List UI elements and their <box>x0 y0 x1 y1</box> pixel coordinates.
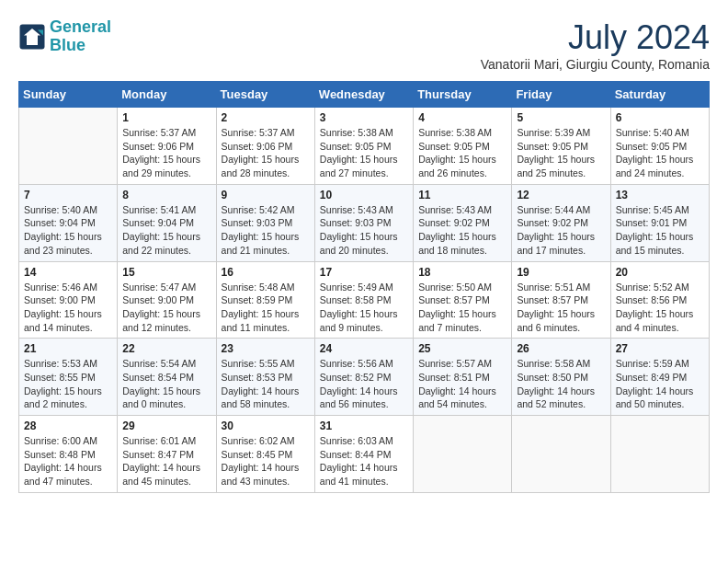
day-info: Sunrise: 6:01 AM Sunset: 8:47 PM Dayligh… <box>122 434 210 488</box>
day-info: Sunrise: 5:51 AM Sunset: 8:57 PM Dayligh… <box>517 281 605 335</box>
logo-line1: General <box>50 17 111 36</box>
calendar-cell: 29Sunrise: 6:01 AM Sunset: 8:47 PM Dayli… <box>118 416 216 493</box>
day-info: Sunrise: 5:50 AM Sunset: 8:57 PM Dayligh… <box>418 281 506 335</box>
day-info: Sunrise: 5:37 AM Sunset: 9:06 PM Dayligh… <box>222 126 310 180</box>
day-info: Sunrise: 6:02 AM Sunset: 8:45 PM Dayligh… <box>222 434 310 488</box>
calendar-cell: 15Sunrise: 5:47 AM Sunset: 9:00 PM Dayli… <box>118 261 216 339</box>
location: Vanatorii Mari, Giurgiu County, Romania <box>481 57 710 72</box>
logo: General Blue <box>18 18 111 55</box>
day-number: 10 <box>320 189 408 201</box>
day-number: 14 <box>24 266 112 279</box>
day-info: Sunrise: 5:49 AM Sunset: 8:58 PM Dayligh… <box>320 281 408 335</box>
day-info: Sunrise: 6:00 AM Sunset: 8:48 PM Dayligh… <box>24 434 112 488</box>
calendar-cell: 10Sunrise: 5:43 AM Sunset: 9:03 PM Dayli… <box>314 184 413 261</box>
calendar-cell: 28Sunrise: 6:00 AM Sunset: 8:48 PM Dayli… <box>19 416 118 493</box>
day-number: 3 <box>320 111 408 124</box>
day-number: 21 <box>24 342 112 355</box>
day-info: Sunrise: 6:03 AM Sunset: 8:44 PM Dayligh… <box>320 434 408 488</box>
day-number: 24 <box>320 342 408 355</box>
day-number: 8 <box>122 189 210 201</box>
calendar-cell: 12Sunrise: 5:44 AM Sunset: 9:02 PM Dayli… <box>512 184 610 261</box>
day-info: Sunrise: 5:52 AM Sunset: 8:56 PM Dayligh… <box>616 281 704 335</box>
calendar-cell: 14Sunrise: 5:46 AM Sunset: 9:00 PM Dayli… <box>19 261 118 339</box>
calendar-cell: 18Sunrise: 5:50 AM Sunset: 8:57 PM Dayli… <box>414 261 512 339</box>
calendar-cell <box>19 108 118 185</box>
calendar-cell <box>414 416 512 493</box>
calendar-cell <box>512 416 610 493</box>
day-number: 1 <box>122 111 210 124</box>
calendar-cell: 16Sunrise: 5:48 AM Sunset: 8:59 PM Dayli… <box>216 261 314 339</box>
calendar-cell: 23Sunrise: 5:55 AM Sunset: 8:53 PM Dayli… <box>216 339 314 416</box>
day-info: Sunrise: 5:39 AM Sunset: 9:05 PM Dayligh… <box>517 126 605 180</box>
day-number: 22 <box>122 342 210 355</box>
calendar-cell: 20Sunrise: 5:52 AM Sunset: 8:56 PM Dayli… <box>610 261 709 339</box>
weekday-header: Friday <box>512 82 610 108</box>
calendar-cell: 25Sunrise: 5:57 AM Sunset: 8:51 PM Dayli… <box>414 339 512 416</box>
title-block: July 2024 Vanatorii Mari, Giurgiu County… <box>481 18 710 72</box>
calendar-week-row: 1Sunrise: 5:37 AM Sunset: 9:06 PM Daylig… <box>19 108 710 185</box>
day-info: Sunrise: 5:56 AM Sunset: 8:52 PM Dayligh… <box>320 357 408 411</box>
day-number: 4 <box>418 111 506 124</box>
weekday-header: Wednesday <box>314 82 413 108</box>
day-info: Sunrise: 5:42 AM Sunset: 9:03 PM Dayligh… <box>222 203 310 258</box>
calendar-week-row: 28Sunrise: 6:00 AM Sunset: 8:48 PM Dayli… <box>19 416 710 493</box>
weekday-header: Saturday <box>610 82 709 108</box>
day-info: Sunrise: 5:43 AM Sunset: 9:03 PM Dayligh… <box>320 203 408 258</box>
weekday-header: Thursday <box>414 82 512 108</box>
calendar-cell: 26Sunrise: 5:58 AM Sunset: 8:50 PM Dayli… <box>512 339 610 416</box>
day-info: Sunrise: 5:43 AM Sunset: 9:02 PM Dayligh… <box>418 203 506 258</box>
day-number: 11 <box>418 189 506 201</box>
calendar-cell: 11Sunrise: 5:43 AM Sunset: 9:02 PM Dayli… <box>414 184 512 261</box>
day-number: 29 <box>122 419 210 432</box>
day-number: 31 <box>320 419 408 432</box>
logo-icon <box>18 23 46 51</box>
day-info: Sunrise: 5:41 AM Sunset: 9:04 PM Dayligh… <box>122 203 210 258</box>
day-number: 25 <box>418 342 506 355</box>
calendar-cell: 19Sunrise: 5:51 AM Sunset: 8:57 PM Dayli… <box>512 261 610 339</box>
calendar-cell: 27Sunrise: 5:59 AM Sunset: 8:49 PM Dayli… <box>610 339 709 416</box>
day-number: 27 <box>616 342 704 355</box>
day-info: Sunrise: 5:40 AM Sunset: 9:05 PM Dayligh… <box>616 126 704 180</box>
day-number: 13 <box>616 189 704 201</box>
calendar-cell: 7Sunrise: 5:40 AM Sunset: 9:04 PM Daylig… <box>19 184 118 261</box>
day-info: Sunrise: 5:48 AM Sunset: 8:59 PM Dayligh… <box>222 281 310 335</box>
day-info: Sunrise: 5:57 AM Sunset: 8:51 PM Dayligh… <box>418 357 506 411</box>
day-number: 30 <box>222 419 310 432</box>
day-number: 26 <box>517 342 605 355</box>
day-number: 17 <box>320 266 408 279</box>
day-info: Sunrise: 5:38 AM Sunset: 9:05 PM Dayligh… <box>418 126 506 180</box>
day-info: Sunrise: 5:44 AM Sunset: 9:02 PM Dayligh… <box>517 203 605 258</box>
logo-line2: Blue <box>50 36 85 54</box>
day-number: 7 <box>24 189 112 201</box>
day-number: 9 <box>222 189 310 201</box>
calendar-cell: 21Sunrise: 5:53 AM Sunset: 8:55 PM Dayli… <box>19 339 118 416</box>
day-number: 6 <box>616 111 704 124</box>
day-info: Sunrise: 5:58 AM Sunset: 8:50 PM Dayligh… <box>517 357 605 411</box>
day-info: Sunrise: 5:47 AM Sunset: 9:00 PM Dayligh… <box>122 281 210 335</box>
day-info: Sunrise: 5:46 AM Sunset: 9:00 PM Dayligh… <box>24 281 112 335</box>
weekday-header: Tuesday <box>216 82 314 108</box>
calendar-cell: 6Sunrise: 5:40 AM Sunset: 9:05 PM Daylig… <box>610 108 709 185</box>
weekday-header: Monday <box>118 82 216 108</box>
day-info: Sunrise: 5:53 AM Sunset: 8:55 PM Dayligh… <box>24 357 112 411</box>
calendar-cell: 17Sunrise: 5:49 AM Sunset: 8:58 PM Dayli… <box>314 261 413 339</box>
day-number: 16 <box>222 266 310 279</box>
calendar-cell: 9Sunrise: 5:42 AM Sunset: 9:03 PM Daylig… <box>216 184 314 261</box>
day-number: 19 <box>517 266 605 279</box>
day-number: 18 <box>418 266 506 279</box>
calendar-cell: 13Sunrise: 5:45 AM Sunset: 9:01 PM Dayli… <box>610 184 709 261</box>
calendar-cell: 2Sunrise: 5:37 AM Sunset: 9:06 PM Daylig… <box>216 108 314 185</box>
day-number: 23 <box>222 342 310 355</box>
day-info: Sunrise: 5:55 AM Sunset: 8:53 PM Dayligh… <box>222 357 310 411</box>
day-info: Sunrise: 5:40 AM Sunset: 9:04 PM Dayligh… <box>24 203 112 258</box>
day-info: Sunrise: 5:54 AM Sunset: 8:54 PM Dayligh… <box>122 357 210 411</box>
calendar-table: SundayMondayTuesdayWednesdayThursdayFrid… <box>18 81 710 493</box>
calendar-cell: 3Sunrise: 5:38 AM Sunset: 9:05 PM Daylig… <box>314 108 413 185</box>
day-info: Sunrise: 5:59 AM Sunset: 8:49 PM Dayligh… <box>616 357 704 411</box>
page-header: General Blue July 2024 Vanatorii Mari, G… <box>18 18 710 72</box>
day-number: 12 <box>517 189 605 201</box>
calendar-cell: 24Sunrise: 5:56 AM Sunset: 8:52 PM Dayli… <box>314 339 413 416</box>
calendar-week-row: 21Sunrise: 5:53 AM Sunset: 8:55 PM Dayli… <box>19 339 710 416</box>
calendar-week-row: 14Sunrise: 5:46 AM Sunset: 9:00 PM Dayli… <box>19 261 710 339</box>
day-number: 5 <box>517 111 605 124</box>
